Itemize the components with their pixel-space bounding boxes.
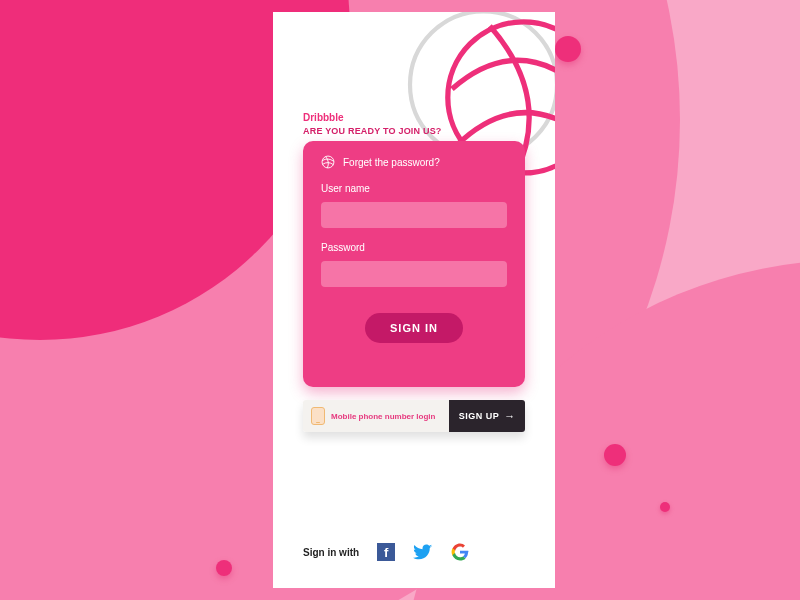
twitter-icon[interactable] bbox=[413, 542, 433, 562]
brand-tagline: ARE YOU READY TO JOIN US? bbox=[303, 126, 442, 136]
secondary-bar: Mobile phone number login SIGN UP → bbox=[303, 400, 525, 432]
sign-up-label: SIGN UP bbox=[459, 411, 500, 421]
password-label: Password bbox=[321, 242, 507, 253]
login-card: Forget the password? User name Password … bbox=[303, 141, 525, 387]
phone-frame: Dribbble ARE YOU READY TO JOIN US? Forge… bbox=[273, 12, 555, 588]
mobile-login-label: Mobile phone number login bbox=[331, 412, 435, 421]
social-prompt: Sign in with bbox=[303, 547, 359, 558]
facebook-icon[interactable]: f bbox=[377, 543, 395, 561]
brand-block: Dribbble ARE YOU READY TO JOIN US? bbox=[303, 112, 442, 136]
social-row: Sign in with f bbox=[303, 542, 469, 562]
brand-name: Dribbble bbox=[303, 112, 442, 123]
google-icon[interactable] bbox=[451, 543, 469, 561]
sign-up-button[interactable]: SIGN UP → bbox=[449, 400, 525, 432]
mobile-phone-icon bbox=[311, 407, 325, 425]
username-input[interactable] bbox=[321, 202, 507, 228]
arrow-right-icon: → bbox=[504, 411, 515, 422]
mobile-login-button[interactable]: Mobile phone number login bbox=[303, 400, 449, 432]
forgot-password-link[interactable]: Forget the password? bbox=[343, 157, 440, 168]
password-input[interactable] bbox=[321, 261, 507, 287]
sign-in-button[interactable]: SIGN IN bbox=[365, 313, 463, 343]
dribbble-icon bbox=[321, 155, 335, 169]
username-label: User name bbox=[321, 183, 507, 194]
